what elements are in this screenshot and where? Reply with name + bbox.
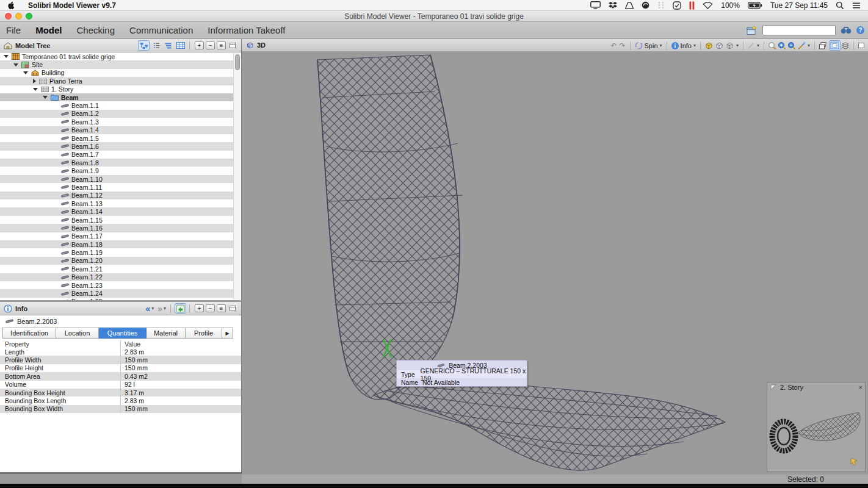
- table-row[interactable]: Bounding Box Length2.83 m: [0, 396, 241, 404]
- search-input[interactable]: [762, 25, 836, 35]
- zoom-out-icon[interactable]: [787, 41, 796, 50]
- expanded-arrow-icon[interactable]: [23, 71, 28, 74]
- swirl-menu-icon[interactable]: [642, 1, 649, 9]
- tree-row-building[interactable]: Building: [0, 69, 234, 77]
- table-header-row[interactable]: PropertyValue: [0, 340, 241, 348]
- select-dropdown-icon[interactable]: ▾: [808, 43, 810, 48]
- info-mode-label[interactable]: Info: [681, 42, 692, 49]
- expanded-arrow-icon[interactable]: [33, 88, 38, 91]
- undo-icon[interactable]: ↶: [610, 41, 617, 50]
- nav-forward-dropdown-icon[interactable]: ▾: [164, 306, 166, 311]
- panel-float-button[interactable]: [226, 40, 238, 51]
- story-overlay-window[interactable]: 2. Story ×: [767, 382, 866, 472]
- viewport-float-icon[interactable]: [858, 42, 865, 49]
- zoom-in-icon[interactable]: [778, 41, 786, 50]
- menu-checking[interactable]: Checking: [77, 25, 115, 35]
- table-row[interactable]: Profile Width150 mm: [0, 356, 241, 364]
- tree-view-list-button[interactable]: [150, 40, 162, 51]
- render-wireframe-icon[interactable]: [725, 41, 734, 50]
- pick-element-button[interactable]: [175, 303, 186, 314]
- tree-row-beam-1-18[interactable]: Beam.1.18: [0, 240, 234, 248]
- tree-row-beam-1-15[interactable]: Beam.1.15: [0, 216, 234, 224]
- tab-identification[interactable]: Identification: [2, 328, 56, 339]
- spin-icon[interactable]: [634, 41, 643, 50]
- menu-model[interactable]: Model: [35, 25, 62, 35]
- tab-material[interactable]: Material: [146, 328, 186, 339]
- tree-scrollbar-thumb[interactable]: [235, 54, 240, 70]
- tree-row-beam-1-9[interactable]: Beam.1.9: [0, 167, 234, 174]
- copy-view-icon[interactable]: [819, 41, 828, 50]
- apple-icon[interactable]: [7, 1, 15, 10]
- tree-row-piano-terra[interactable]: Piano Terra: [0, 77, 234, 85]
- render-transparent-icon[interactable]: [715, 41, 724, 50]
- tree-row-beam-1-24[interactable]: Beam.1.24: [0, 289, 234, 297]
- render-solid-icon[interactable]: [704, 41, 714, 50]
- overlay-corner-icon[interactable]: [770, 384, 776, 390]
- table-row[interactable]: Bottom Area0.43 m2: [0, 372, 241, 380]
- info-mode-icon[interactable]: [671, 41, 679, 50]
- table-row[interactable]: Length2.83 m: [0, 348, 241, 356]
- gdrive-menu-icon[interactable]: [625, 2, 634, 9]
- tree-view-hierarchy-button[interactable]: [138, 40, 150, 51]
- redo-icon[interactable]: ↷: [619, 41, 625, 50]
- tree-row-beam-1-5[interactable]: Beam.1.5: [0, 134, 234, 142]
- tree-row-beam-1-6[interactable]: Beam.1.6: [0, 142, 234, 150]
- notification-center-icon[interactable]: [852, 2, 861, 9]
- tree-row-beam[interactable]: Beam: [0, 93, 234, 101]
- nav-back-button[interactable]: «: [145, 304, 150, 314]
- tree-row-beam-1-13[interactable]: Beam.1.13: [0, 199, 234, 207]
- info-restore-button[interactable]: ≡: [217, 304, 226, 312]
- new-presentation-icon[interactable]: [747, 26, 758, 35]
- table-row[interactable]: Volume92 l: [0, 381, 241, 389]
- expanded-arrow-icon[interactable]: [43, 96, 48, 99]
- tree-row-beam-1-10[interactable]: Beam.1.10: [0, 175, 234, 183]
- menu-information-takeoff[interactable]: Information Takeoff: [208, 25, 285, 35]
- tree-row-beam-1-2[interactable]: Beam.1.2: [0, 110, 234, 118]
- pause-bars-menu-icon[interactable]: [689, 1, 695, 10]
- expanded-arrow-icon[interactable]: [4, 55, 9, 58]
- 3d-viewport[interactable]: Beam.2.2003 TypeGENERICO – STRUTTURALE 1…: [242, 52, 868, 475]
- tab-quantities[interactable]: Quantities: [99, 328, 146, 339]
- tree-view-layers-button[interactable]: [162, 40, 174, 51]
- table-row[interactable]: Bounding Box Width150 mm: [0, 405, 241, 413]
- spin-dropdown-icon[interactable]: ▾: [660, 43, 662, 48]
- render-dropdown-icon[interactable]: ▾: [736, 43, 739, 48]
- tree-row-beam-1-19[interactable]: Beam.1.19: [0, 248, 234, 256]
- tree-row-site[interactable]: Site: [0, 60, 234, 68]
- expanded-arrow-icon[interactable]: [13, 63, 18, 66]
- info-minimize-button[interactable]: −: [206, 304, 215, 312]
- tree-row-1-story[interactable]: 1. Story: [0, 85, 234, 93]
- table-row[interactable]: Bounding Box Height3.17 m: [0, 389, 241, 396]
- section-box-icon[interactable]: [829, 40, 841, 51]
- layers-icon[interactable]: [841, 41, 850, 49]
- tree-row-beam-1-11[interactable]: Beam.1.11: [0, 183, 234, 191]
- tree-row-beam-1-1[interactable]: Beam.1.1: [0, 101, 234, 109]
- window-zoom-button[interactable]: [26, 13, 32, 20]
- panel-restore-button[interactable]: ≡: [217, 41, 226, 49]
- collapsed-arrow-icon[interactable]: [33, 79, 36, 84]
- menu-communication[interactable]: Communication: [129, 25, 193, 35]
- panel-minimize-button[interactable]: −: [206, 41, 215, 49]
- tree-row-temporaneo-01-travi-solide-grige[interactable]: Temporaneo 01 travi solide grige: [0, 52, 234, 60]
- nav-forward-button[interactable]: »: [157, 304, 162, 314]
- menu-file[interactable]: File: [6, 25, 21, 35]
- tree-row-beam-1-21[interactable]: Beam.1.21: [0, 265, 234, 273]
- zoom-fit-icon[interactable]: [768, 41, 776, 50]
- highlight-dropdown-icon[interactable]: ▾: [757, 43, 759, 48]
- tree-row-beam-1-3[interactable]: Beam.1.3: [0, 118, 234, 126]
- overlay-close-icon[interactable]: ×: [859, 384, 863, 390]
- info-maximize-button[interactable]: +: [195, 304, 204, 312]
- tree-scrollbar[interactable]: [233, 53, 241, 300]
- tree-view-table-button[interactable]: [175, 40, 186, 51]
- spin-label[interactable]: Spin: [645, 42, 658, 49]
- nav-back-dropdown-icon[interactable]: ▾: [151, 306, 154, 311]
- info-dropdown-icon[interactable]: ▾: [693, 43, 696, 48]
- battery-icon[interactable]: [748, 2, 762, 9]
- tree-row-beam-1-17[interactable]: Beam.1.17: [0, 232, 234, 240]
- tree-row-beam-1-12[interactable]: Beam.1.12: [0, 192, 234, 199]
- window-titlebar[interactable]: Solibri Model Viewer - Temporaneo 01 tra…: [0, 11, 868, 22]
- tab-overflow-button[interactable]: ▶: [222, 328, 233, 339]
- menubar-clock[interactable]: Tue 27 Sep 11:45: [770, 1, 828, 10]
- tree-row-beam-1-23[interactable]: Beam.1.23: [0, 281, 234, 289]
- info-float-button[interactable]: [226, 303, 238, 314]
